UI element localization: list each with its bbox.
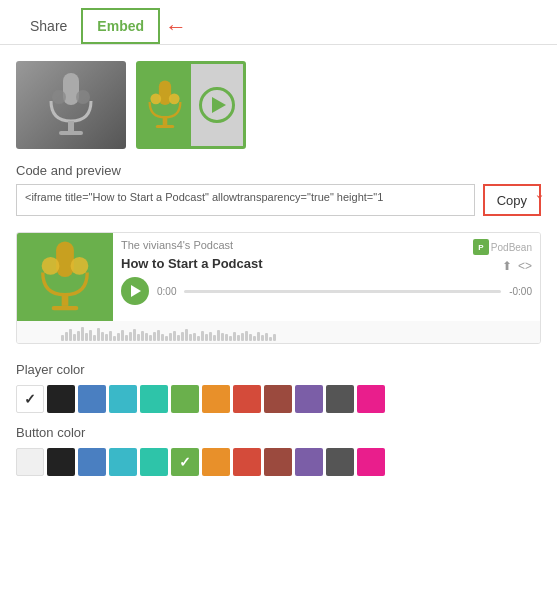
code-label: Code and preview	[16, 163, 541, 178]
waveform-bar	[205, 334, 208, 341]
svg-rect-0	[63, 73, 79, 105]
waveform-bar	[185, 329, 188, 341]
waveform-bar	[141, 331, 144, 341]
share-icon[interactable]: <>	[518, 259, 532, 273]
player-color-swatch-3[interactable]	[109, 385, 137, 413]
page-container: Share Embed ←	[0, 0, 557, 482]
waveform-bar	[201, 331, 204, 341]
waveform-bar	[173, 331, 176, 341]
player-color-swatch-0[interactable]	[16, 385, 44, 413]
player-color-swatch-7[interactable]	[233, 385, 261, 413]
player-color-swatch-1[interactable]	[47, 385, 75, 413]
thumbnail-green[interactable]	[136, 61, 246, 149]
waveform-bar	[145, 333, 148, 341]
thumbnail-green-left	[139, 64, 191, 146]
button-color-swatch-1[interactable]	[47, 448, 75, 476]
copy-button[interactable]: Copy	[483, 184, 541, 216]
button-color-swatch-7[interactable]	[233, 448, 261, 476]
player-thumbnail	[17, 233, 113, 321]
thumbnail-grayscale[interactable]	[16, 61, 126, 149]
waveform-bar	[245, 331, 248, 341]
button-color-swatch-10[interactable]	[326, 448, 354, 476]
upload-share-icon[interactable]: ⬆	[502, 259, 512, 273]
button-color-swatch-4[interactable]	[140, 448, 168, 476]
podbean-icon: P	[473, 239, 489, 255]
waveform-bar	[229, 336, 232, 341]
waveform-bar	[121, 330, 124, 341]
player-top-row: The vivians4's Podcast P PodBean	[121, 239, 532, 255]
button-color-swatch-11[interactable]	[357, 448, 385, 476]
player-play-button[interactable]	[121, 277, 149, 305]
waveform-bar	[257, 332, 260, 341]
code-row: <iframe title="How to Start a Podcast" a…	[16, 184, 541, 216]
copy-arrow-down-icon: ↓	[534, 178, 545, 204]
svg-point-14	[42, 257, 60, 275]
waveform-bar	[157, 330, 160, 341]
waveform-bar	[177, 335, 180, 341]
header-tabs: Share Embed ←	[0, 0, 557, 45]
waveform-bar	[181, 332, 184, 341]
waveform-bar	[81, 327, 84, 341]
svg-rect-6	[163, 117, 168, 125]
waveform-bar	[193, 333, 196, 341]
podcast-name: The vivians4's Podcast	[121, 239, 233, 251]
svg-rect-11	[62, 295, 69, 306]
waveform-bar	[249, 334, 252, 341]
waveform-bar	[153, 332, 156, 341]
waveform-bar	[209, 332, 212, 341]
player-color-section: Player color	[0, 356, 557, 419]
embed-arrow-icon: ←	[165, 14, 187, 40]
player-play-triangle	[131, 285, 141, 297]
player-color-swatch-10[interactable]	[326, 385, 354, 413]
svg-point-9	[150, 94, 161, 105]
episode-title: How to Start a Podcast	[121, 256, 263, 271]
svg-rect-1	[68, 121, 74, 131]
waveform-bar	[117, 333, 120, 341]
share-icons-row: ⬆ <>	[502, 259, 532, 273]
waveform-bar	[69, 329, 72, 341]
waveform-bar	[73, 334, 76, 341]
button-color-swatches	[16, 448, 541, 476]
tab-embed[interactable]: Embed	[81, 8, 160, 44]
waveform-bar	[213, 335, 216, 341]
player-color-swatch-9[interactable]	[295, 385, 323, 413]
waveform-bar	[221, 333, 224, 341]
svg-point-4	[52, 90, 66, 104]
waveform-bar	[241, 333, 244, 341]
waveform-bar	[109, 331, 112, 341]
tab-share[interactable]: Share	[16, 10, 81, 42]
episode-title-row: How to Start a Podcast ⬆ <>	[121, 256, 532, 275]
button-color-swatch-2[interactable]	[78, 448, 106, 476]
waveform-bar	[273, 334, 276, 341]
progress-bar[interactable]	[184, 290, 501, 293]
button-color-swatch-5[interactable]	[171, 448, 199, 476]
button-color-swatch-6[interactable]	[202, 448, 230, 476]
waveform-row	[17, 321, 540, 343]
player-color-swatch-2[interactable]	[78, 385, 106, 413]
waveform-bar	[137, 334, 140, 341]
waveform-bar	[169, 333, 172, 341]
player-mic-svg	[30, 237, 100, 317]
button-color-swatch-0[interactable]	[16, 448, 44, 476]
player-color-swatch-5[interactable]	[171, 385, 199, 413]
svg-rect-12	[52, 306, 79, 310]
svg-rect-7	[156, 125, 174, 128]
waveform-bar	[89, 330, 92, 341]
thumbnail-grayscale-inner	[16, 61, 126, 149]
play-triangle-icon	[212, 97, 226, 113]
player-color-swatch-11[interactable]	[357, 385, 385, 413]
button-color-swatch-9[interactable]	[295, 448, 323, 476]
player-color-swatch-4[interactable]	[140, 385, 168, 413]
button-color-swatch-8[interactable]	[264, 448, 292, 476]
player-color-swatch-8[interactable]	[264, 385, 292, 413]
play-circle-icon	[199, 87, 235, 123]
svg-rect-2	[59, 131, 83, 135]
player-color-swatch-6[interactable]	[202, 385, 230, 413]
waveform-bar	[61, 335, 64, 341]
player-controls-row: 0:00 -0:00	[121, 277, 532, 305]
svg-rect-10	[56, 241, 74, 277]
waveform-bar	[129, 332, 132, 341]
button-color-swatch-3[interactable]	[109, 448, 137, 476]
code-input[interactable]: <iframe title="How to Start a Podcast" a…	[16, 184, 475, 216]
waveform-bar	[265, 333, 268, 341]
